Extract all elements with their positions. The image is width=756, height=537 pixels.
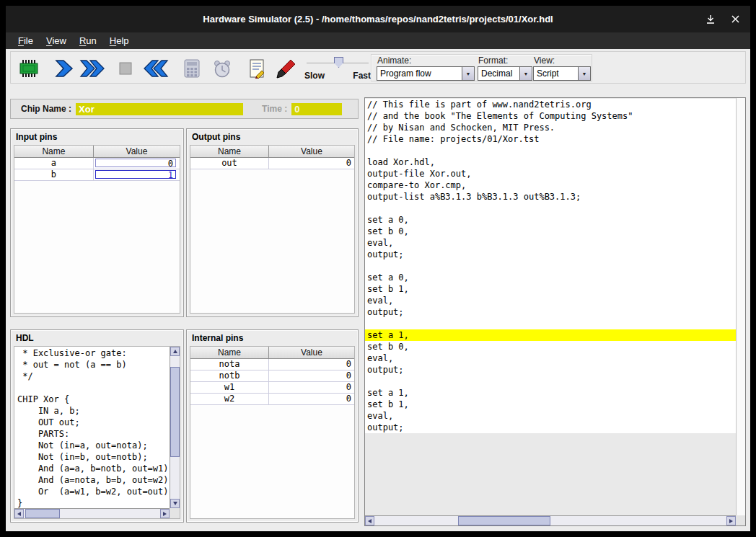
pin-value: 0 bbox=[269, 359, 354, 370]
input-pins-header: NameValue bbox=[14, 146, 180, 158]
pin-value[interactable]: 0 bbox=[94, 158, 180, 169]
speed-slider[interactable]: Slow Fast bbox=[302, 55, 373, 82]
calculator-button[interactable] bbox=[178, 56, 206, 80]
pin-row-nota[interactable]: nota0 bbox=[190, 359, 354, 370]
window-title: Hardware Simulator (2.5) - /home/thomas/… bbox=[6, 6, 750, 32]
script-current-line: set a 1, bbox=[365, 329, 736, 341]
pin-name: notb bbox=[190, 370, 269, 381]
internal-pins-body: nota0notb0w10w20 bbox=[190, 359, 354, 405]
internal-pins-panel: Internal pins NameValue nota0notb0w10w20 bbox=[186, 329, 359, 523]
code-line bbox=[17, 382, 170, 394]
scroll-right-button[interactable] bbox=[726, 516, 736, 525]
toolbar: Slow Fast Animate: Program flow ▼ Format… bbox=[10, 51, 746, 84]
view-select[interactable]: Script ▼ bbox=[533, 66, 591, 81]
pin-row-w1[interactable]: w10 bbox=[190, 382, 354, 394]
input-pins-table: NameValue a0b1 bbox=[14, 145, 180, 314]
chip-name-label: Chip Name : bbox=[21, 104, 71, 114]
triangle-left-icon bbox=[17, 512, 21, 516]
menu-bar: FileViewRunHelp bbox=[6, 32, 750, 49]
code-line: IN a, b; bbox=[17, 405, 170, 417]
slider-thumb[interactable] bbox=[334, 57, 343, 68]
script-lines: // This file is part of www.nand2tetris.… bbox=[365, 98, 736, 515]
clock-button[interactable] bbox=[208, 56, 236, 80]
clear-button[interactable] bbox=[272, 56, 299, 80]
code-line: output; bbox=[365, 422, 736, 433]
hdl-code: * Exclusive-or gate: * out = not (a == b… bbox=[14, 347, 170, 508]
stop-button[interactable] bbox=[112, 56, 139, 80]
menu-view[interactable]: View bbox=[40, 33, 73, 48]
code-line: set b 0, bbox=[365, 226, 736, 237]
minimize-icon bbox=[706, 14, 716, 25]
pin-name: w2 bbox=[190, 394, 269, 404]
pin-row-w2[interactable]: w20 bbox=[190, 394, 354, 405]
scroll-up-button[interactable] bbox=[170, 347, 180, 356]
chip-bar: Chip Name : Xor Time : 0 bbox=[10, 99, 359, 119]
input-pins-title: Input pins bbox=[16, 132, 57, 142]
column-header-value: Value bbox=[94, 146, 180, 157]
scrollbar-thumb[interactable] bbox=[458, 516, 551, 525]
code-line: eval, bbox=[365, 352, 736, 364]
code-line: // This file is part of www.nand2tetris.… bbox=[365, 99, 736, 110]
hdl-title: HDL bbox=[16, 333, 34, 343]
step-arrow-icon bbox=[53, 59, 74, 78]
script-panel: // This file is part of www.nand2tetris.… bbox=[364, 97, 746, 526]
time-label: Time : bbox=[262, 104, 287, 114]
code-line: eval, bbox=[365, 295, 736, 306]
load-chip-button[interactable] bbox=[15, 56, 43, 80]
menu-file[interactable]: File bbox=[12, 33, 40, 48]
triangle-right-icon bbox=[729, 519, 733, 523]
animate-select[interactable]: Program flow ▼ bbox=[377, 66, 475, 81]
close-button[interactable] bbox=[729, 13, 742, 26]
output-pins-body: out0 bbox=[190, 158, 354, 169]
pin-row-notb[interactable]: notb0 bbox=[190, 370, 354, 382]
scroll-left-button[interactable] bbox=[365, 516, 374, 525]
scroll-right-button[interactable] bbox=[160, 509, 170, 518]
close-icon bbox=[731, 14, 740, 24]
pin-name: a bbox=[14, 158, 94, 169]
time-field: 0 bbox=[291, 103, 342, 115]
hdl-horizontal-scrollbar[interactable] bbox=[14, 508, 170, 518]
pin-row-a[interactable]: a0 bbox=[14, 158, 180, 169]
pin-value: 0 bbox=[269, 158, 354, 169]
title-bar[interactable]: Hardware Simulator (2.5) - /home/thomas/… bbox=[6, 6, 750, 32]
view-value: Script bbox=[534, 67, 578, 80]
hdl-view: * Exclusive-or gate: * out = not (a == b… bbox=[14, 346, 180, 519]
code-line: output-list a%B3.1.3 b%B3.1.3 out%B3.1.3… bbox=[365, 191, 736, 203]
code-line: set a 0, bbox=[365, 214, 736, 226]
code-line: eval, bbox=[365, 237, 736, 249]
menu-run[interactable]: Run bbox=[73, 33, 103, 48]
column-header-value: Value bbox=[269, 347, 354, 358]
main-content: Slow Fast Animate: Program flow ▼ Format… bbox=[6, 49, 750, 531]
code-line: Or (a=w1, b=w2, out=out); bbox=[17, 486, 170, 497]
script-vertical-scrollbar[interactable] bbox=[736, 98, 745, 515]
menu-help[interactable]: Help bbox=[103, 33, 136, 48]
script-horizontal-scrollbar[interactable] bbox=[365, 515, 736, 525]
scroll-left-button[interactable] bbox=[14, 509, 24, 518]
run-button[interactable] bbox=[79, 56, 106, 80]
format-select[interactable]: Decimal ▼ bbox=[478, 66, 532, 81]
code-line: output; bbox=[365, 249, 736, 260]
code-line: set b 0, bbox=[365, 341, 736, 352]
pin-row-b[interactable]: b1 bbox=[14, 169, 180, 181]
reset-button[interactable] bbox=[142, 56, 170, 80]
scrollbar-thumb[interactable] bbox=[170, 367, 180, 457]
hdl-vertical-scrollbar[interactable] bbox=[170, 347, 180, 508]
single-step-button[interactable] bbox=[50, 56, 77, 80]
chevron-down-icon: ▼ bbox=[578, 67, 590, 80]
code-line bbox=[365, 203, 736, 214]
minimize-button[interactable] bbox=[704, 13, 717, 26]
pin-value: 0 bbox=[269, 382, 354, 393]
stop-square-icon bbox=[116, 59, 135, 78]
pin-value[interactable]: 1 bbox=[94, 169, 180, 180]
pin-value: 0 bbox=[269, 370, 354, 381]
scrollbar-thumb[interactable] bbox=[25, 509, 60, 518]
code-line: PARTS: bbox=[17, 428, 170, 440]
scroll-down-button[interactable] bbox=[170, 499, 180, 508]
combo-group: Animate: Program flow ▼ Format: Decimal … bbox=[371, 54, 592, 81]
hardware-simulator-window: Hardware Simulator (2.5) - /home/thomas/… bbox=[6, 6, 750, 531]
load-script-button[interactable] bbox=[243, 56, 271, 80]
input-pins-body: a0b1 bbox=[14, 158, 180, 181]
chip-name-field: Xor bbox=[76, 103, 243, 115]
pin-row-out[interactable]: out0 bbox=[190, 158, 354, 169]
calculator-icon bbox=[183, 58, 201, 79]
